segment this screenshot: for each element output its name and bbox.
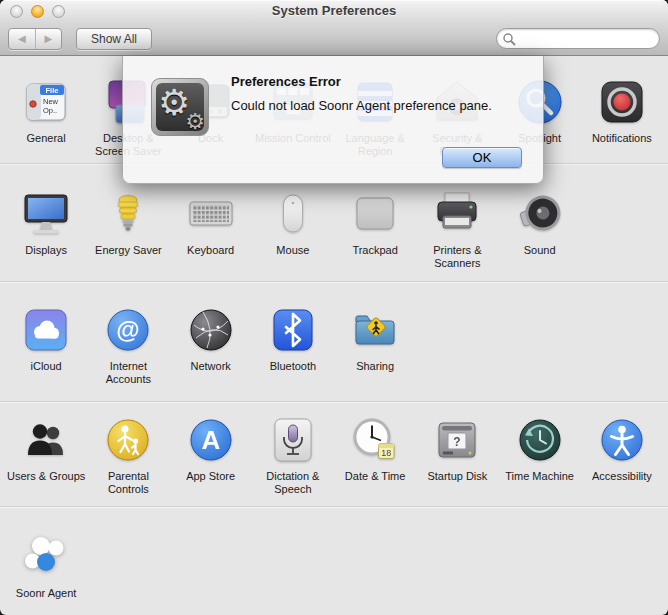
- close-button[interactable]: [10, 5, 23, 18]
- zoom-button[interactable]: [52, 5, 65, 18]
- mouse-icon: [267, 188, 319, 240]
- accessibility-icon: [596, 414, 648, 466]
- pref-item-trackpad[interactable]: Trackpad: [334, 188, 416, 281]
- pref-item-label: Bluetooth: [270, 360, 316, 373]
- pref-item-label: Accessibility: [592, 470, 652, 483]
- sharing-icon: [349, 304, 401, 356]
- toolbar: ◀ ▶ Show All: [0, 22, 668, 56]
- trackpad-icon: [349, 188, 401, 240]
- pref-item-label: Trackpad: [352, 244, 397, 257]
- time-machine-icon: [514, 414, 566, 466]
- back-button[interactable]: ◀: [9, 29, 36, 49]
- back-icon: ◀: [18, 33, 26, 44]
- dialog-message: Could not load Soonr Agent preference pa…: [231, 98, 492, 113]
- pref-item-general[interactable]: FileNewOp..General: [5, 76, 87, 163]
- general-icon: FileNewOp..: [20, 76, 72, 128]
- pref-item-parental-controls[interactable]: Parental Controls: [87, 414, 169, 506]
- pref-item-sound[interactable]: Sound: [499, 188, 581, 281]
- pref-item-dictation-speech[interactable]: Dictation & Speech: [252, 414, 334, 506]
- pref-item-accessibility[interactable]: Accessibility: [581, 414, 663, 506]
- svg-text:Op..: Op..: [43, 106, 57, 115]
- pref-item-time-machine[interactable]: Time Machine: [499, 414, 581, 506]
- date-time-icon: 18: [349, 414, 401, 466]
- system-preferences-gears-icon: ⚙ ⚙: [151, 78, 209, 136]
- svg-text:New: New: [43, 97, 59, 106]
- pref-item-users-groups[interactable]: Users & Groups: [5, 414, 87, 506]
- pref-item-printers-scanners[interactable]: Printers & Scanners: [416, 188, 498, 281]
- pref-item-displays[interactable]: Displays: [5, 188, 87, 281]
- pref-item-label: Soonr Agent: [16, 587, 77, 600]
- pref-item-bluetooth[interactable]: Bluetooth: [252, 304, 334, 401]
- titlebar[interactable]: System Preferences: [0, 0, 668, 22]
- forward-icon: ▶: [44, 33, 52, 44]
- pref-item-mouse[interactable]: Mouse: [252, 188, 334, 281]
- preference-pane-area: FileNewOp..GeneralDesktop & Screen Saver…: [0, 56, 668, 615]
- traffic-lights: [10, 5, 65, 18]
- pref-item-keyboard[interactable]: Keyboard: [170, 188, 252, 281]
- pref-item-label: Mouse: [276, 244, 309, 257]
- svg-text:18: 18: [381, 448, 391, 458]
- pref-row-3: iCloud@Internet AccountsNetworkBluetooth…: [0, 281, 668, 401]
- search-field: [496, 28, 660, 49]
- network-icon: [185, 304, 237, 356]
- users-groups-icon: [20, 414, 72, 466]
- show-all-button[interactable]: Show All: [76, 28, 152, 50]
- svg-text:File: File: [46, 86, 59, 95]
- pref-item-label: Startup Disk: [427, 470, 487, 483]
- pref-item-label: Displays: [25, 244, 67, 257]
- startup-disk-icon: ?: [431, 414, 483, 466]
- sound-icon: [514, 188, 566, 240]
- printers-scanners-icon: [431, 188, 483, 240]
- notifications-icon: [596, 76, 648, 128]
- pref-item-label: Printers & Scanners: [417, 244, 497, 270]
- history-nav: ◀ ▶: [8, 28, 62, 50]
- pref-item-label: iCloud: [31, 360, 62, 373]
- pref-item-internet-accounts[interactable]: @Internet Accounts: [87, 304, 169, 401]
- icloud-icon: [20, 304, 72, 356]
- pref-item-label: Sound: [524, 244, 556, 257]
- energy-saver-icon: [102, 188, 154, 240]
- minimize-button[interactable]: [31, 5, 44, 18]
- pref-row-4: Users & GroupsParental ControlsAApp Stor…: [0, 401, 668, 506]
- pref-item-soonr-agent[interactable]: Soonr Agent: [5, 531, 87, 615]
- pref-item-label: Users & Groups: [7, 470, 85, 483]
- search-icon: [502, 32, 516, 46]
- app-store-icon: A: [185, 414, 237, 466]
- forward-button[interactable]: ▶: [36, 29, 62, 49]
- pref-item-label: Time Machine: [505, 470, 574, 483]
- pref-item-app-store[interactable]: AApp Store: [170, 414, 252, 506]
- pref-item-label: Network: [190, 360, 230, 373]
- dictation-speech-icon: [267, 414, 319, 466]
- ok-button[interactable]: OK: [442, 147, 522, 168]
- pref-item-notifications[interactable]: Notifications: [581, 76, 663, 163]
- window-title: System Preferences: [0, 0, 668, 22]
- keyboard-icon: [185, 188, 237, 240]
- dialog-title: Preferences Error: [231, 74, 341, 89]
- pref-item-label: Dictation & Speech: [253, 470, 333, 496]
- pref-item-label: General: [27, 132, 66, 145]
- internet-accounts-icon: @: [102, 304, 154, 356]
- pref-item-network[interactable]: Network: [170, 304, 252, 401]
- search-input[interactable]: [496, 28, 660, 49]
- pref-item-label: Keyboard: [187, 244, 234, 257]
- parental-controls-icon: [102, 414, 154, 466]
- pref-item-label: Internet Accounts: [88, 360, 168, 386]
- pref-item-startup-disk[interactable]: ?Startup Disk: [416, 414, 498, 506]
- pref-item-label: Sharing: [356, 360, 394, 373]
- pref-row-5: Soonr Agent: [0, 506, 668, 615]
- pref-item-label: Energy Saver: [95, 244, 162, 257]
- svg-text:?: ?: [454, 435, 461, 449]
- svg-text:@: @: [117, 316, 140, 343]
- svg-text:A: A: [201, 425, 220, 455]
- pref-item-sharing[interactable]: Sharing: [334, 304, 416, 401]
- pref-item-energy-saver[interactable]: Energy Saver: [87, 188, 169, 281]
- bluetooth-icon: [267, 304, 319, 356]
- pref-item-label: Date & Time: [345, 470, 406, 483]
- pref-item-date-time[interactable]: 18Date & Time: [334, 414, 416, 506]
- pref-item-label: Notifications: [592, 132, 652, 145]
- error-dialog: ⚙ ⚙ Preferences Error Could not load Soo…: [122, 56, 544, 184]
- soonr-agent-icon: [20, 531, 72, 583]
- pref-item-label: App Store: [186, 470, 235, 483]
- pref-item-label: Parental Controls: [88, 470, 168, 496]
- pref-item-icloud[interactable]: iCloud: [5, 304, 87, 401]
